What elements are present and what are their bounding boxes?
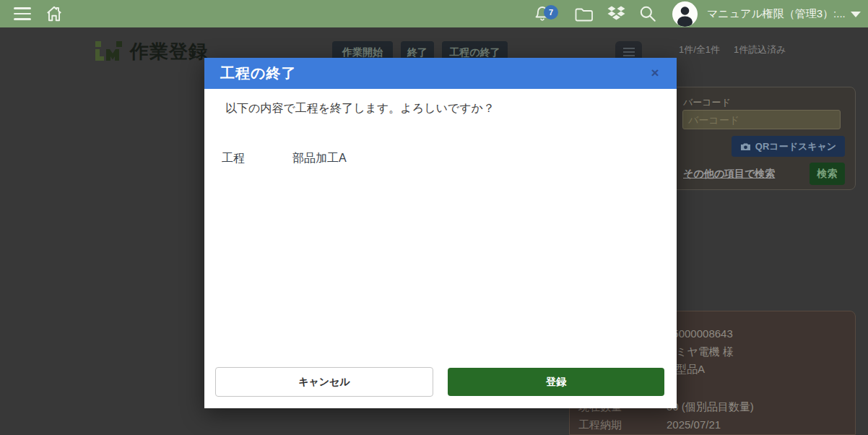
qr-scan-label: QRコードスキャン — [755, 140, 836, 153]
detail-value: 2025/07/21 — [667, 418, 721, 431]
barcode-input[interactable] — [682, 110, 841, 129]
modal-header: 工程の終了 × — [204, 58, 677, 89]
user-role-label[interactable]: マニュアル権限（管理3）:... — [707, 0, 846, 27]
home-icon[interactable] — [43, 0, 65, 27]
process-field-row: 工程 部品加工A — [204, 151, 677, 167]
folder-icon[interactable] — [573, 0, 596, 27]
app-logo-icon — [94, 38, 124, 65]
camera-icon — [740, 142, 751, 151]
close-icon[interactable]: × — [645, 63, 665, 83]
search-icon[interactable] — [637, 0, 659, 27]
result-count: 1件/全1件 — [679, 43, 720, 56]
topbar: 7 マニュアル権限（管理3）:... — [0, 0, 868, 27]
detail-value: 50 (個別品目数量) — [667, 400, 754, 414]
cancel-button[interactable]: キャンセル — [215, 367, 433, 397]
submit-button[interactable]: 登録 — [448, 368, 664, 396]
detail-row: 工程納期 2025/07/21 — [570, 418, 855, 433]
qr-scan-button[interactable]: QRコードスキャン — [732, 136, 845, 157]
process-field-value: 部品加工A — [292, 151, 347, 166]
page-title: 作業登録 — [130, 39, 208, 64]
hamburger-menu-icon[interactable] — [12, 0, 33, 27]
chevron-down-icon[interactable] — [851, 12, 861, 17]
detail-label: 工程納期 — [578, 418, 622, 432]
detail-value: 型品A — [676, 363, 705, 376]
modal-message: 以下の内容で工程を終了します。よろしいですか？ — [225, 101, 495, 116]
detail-value: ミヤ電機 様 — [676, 345, 734, 359]
process-end-modal: 工程の終了 × 以下の内容で工程を終了します。よろしいですか？ 工程 部品加工A… — [204, 58, 677, 408]
barcode-label: バーコード — [683, 96, 731, 109]
process-field-label: 工程 — [222, 151, 245, 166]
other-items-search-link[interactable]: その他の項目で検索 — [683, 168, 775, 181]
dropbox-icon[interactable] — [605, 0, 627, 27]
read-status: 1件読込済み — [734, 43, 786, 56]
notification-count-badge: 7 — [544, 5, 558, 20]
app-logo: 作業登録 — [94, 38, 208, 65]
search-button[interactable]: 検索 — [810, 163, 845, 185]
modal-title: 工程の終了 — [220, 64, 296, 83]
user-avatar[interactable] — [672, 1, 698, 27]
